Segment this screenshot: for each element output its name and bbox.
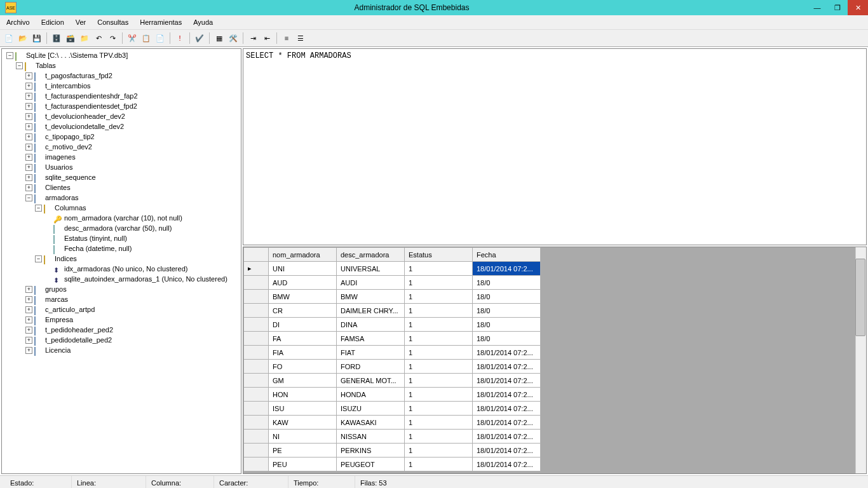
expand-icon[interactable]: + bbox=[25, 133, 32, 140]
cell-nom[interactable]: PEU bbox=[269, 458, 337, 471]
collapse-icon[interactable]: − bbox=[35, 205, 42, 212]
table-row[interactable]: FO FORD 1 18/01/2014 07:2... bbox=[244, 360, 541, 374]
row-indicator[interactable] bbox=[244, 430, 269, 444]
execute-icon[interactable]: ! bbox=[174, 32, 186, 44]
tree-table-3[interactable]: +t_facturaspendientesdet_fpd2 bbox=[4, 101, 238, 111]
expand-icon[interactable]: + bbox=[25, 306, 32, 313]
cell-nom[interactable]: KAW bbox=[269, 416, 337, 430]
expand-icon[interactable]: + bbox=[25, 296, 32, 303]
tree-table-after-6[interactable]: +Licencia bbox=[4, 345, 238, 355]
col-header-2[interactable]: Estatus bbox=[405, 248, 473, 262]
check-icon[interactable]: ✔️ bbox=[194, 32, 205, 44]
cell-fecha[interactable]: 18/01/2014 07:2... bbox=[473, 360, 541, 374]
copy-icon[interactable]: 📋 bbox=[140, 32, 152, 44]
cell-fecha[interactable]: 18/01/2014 07:2... bbox=[473, 458, 541, 471]
row-indicator[interactable] bbox=[244, 332, 269, 346]
tree-table-10[interactable]: +sqlite_sequence bbox=[4, 172, 238, 182]
cell-desc[interactable]: FIAT bbox=[337, 346, 405, 360]
row-indicator[interactable] bbox=[244, 346, 269, 360]
tree-table-after-1[interactable]: +marcas bbox=[4, 294, 238, 304]
open-icon[interactable]: 📂 bbox=[17, 32, 29, 44]
tree-column-1[interactable]: desc_armadora (varchar (50), null) bbox=[4, 223, 238, 233]
cell-nom[interactable]: AUD bbox=[269, 276, 337, 290]
tree-index-1[interactable]: ⬍sqlite_autoindex_armadoras_1 (Unico, No… bbox=[4, 274, 238, 284]
row-indicator[interactable] bbox=[244, 458, 269, 471]
row-indicator[interactable] bbox=[244, 276, 269, 290]
undo-icon[interactable]: ↶ bbox=[93, 32, 104, 44]
db-open-icon[interactable]: 🗃️ bbox=[65, 32, 76, 44]
cell-desc[interactable]: PEUGEOT bbox=[337, 458, 405, 471]
cell-est[interactable]: 1 bbox=[405, 332, 473, 346]
cell-desc[interactable]: BMW bbox=[337, 290, 405, 304]
row-header-corner[interactable] bbox=[244, 248, 269, 262]
cell-desc[interactable]: FAMSA bbox=[337, 332, 405, 346]
cell-desc[interactable]: AUDI bbox=[337, 276, 405, 290]
cell-fecha[interactable]: 18/0 bbox=[473, 332, 541, 346]
row-indicator[interactable] bbox=[244, 444, 269, 458]
expand-icon[interactable]: + bbox=[25, 154, 32, 161]
cell-nom[interactable]: FA bbox=[269, 332, 337, 346]
row-indicator[interactable] bbox=[244, 416, 269, 430]
cell-fecha[interactable]: 18/01/2014 07:2... bbox=[473, 346, 541, 360]
expand-icon[interactable]: + bbox=[25, 72, 32, 79]
tree-table-7[interactable]: +c_motivo_dev2 bbox=[4, 142, 238, 152]
cell-nom[interactable]: DI bbox=[269, 318, 337, 332]
maximize-button[interactable]: ❐ bbox=[827, 0, 848, 15]
cell-nom[interactable]: HON bbox=[269, 388, 337, 402]
tree-table-4[interactable]: +t_devolucionheader_dev2 bbox=[4, 111, 238, 121]
cell-nom[interactable]: FIA bbox=[269, 346, 337, 360]
col-header-0[interactable]: nom_armadora bbox=[269, 248, 337, 262]
cell-fecha[interactable]: 18/01/2014 07:2... bbox=[473, 416, 541, 430]
cell-desc[interactable]: PERKINS bbox=[337, 444, 405, 458]
cell-est[interactable]: 1 bbox=[405, 374, 473, 388]
cell-nom[interactable]: GM bbox=[269, 374, 337, 388]
table-row[interactable]: PEU PEUGEOT 1 18/01/2014 07:2... bbox=[244, 458, 541, 471]
menu-herramientas[interactable]: Herramientas bbox=[140, 18, 182, 26]
list-icon[interactable]: ≡ bbox=[281, 32, 292, 44]
cell-fecha[interactable]: 18/0 bbox=[473, 318, 541, 332]
cell-nom[interactable]: CR bbox=[269, 304, 337, 318]
tool-icon[interactable]: 🛠️ bbox=[227, 32, 239, 44]
expand-icon[interactable]: + bbox=[25, 83, 32, 90]
collapse-icon[interactable]: − bbox=[16, 62, 23, 69]
cell-fecha[interactable]: 18/0 bbox=[473, 276, 541, 290]
expand-icon[interactable]: + bbox=[25, 286, 32, 293]
cell-est[interactable]: 1 bbox=[405, 276, 473, 290]
grid-icon[interactable]: ▦ bbox=[214, 32, 225, 44]
expand-icon[interactable]: + bbox=[25, 93, 32, 100]
col-header-3[interactable]: Fecha bbox=[473, 248, 541, 262]
cell-desc[interactable]: DAIMLER CHRY... bbox=[337, 304, 405, 318]
cell-nom[interactable]: PE bbox=[269, 444, 337, 458]
expand-icon[interactable]: + bbox=[25, 113, 32, 120]
menu-ver[interactable]: Ver bbox=[76, 18, 86, 26]
expand-icon[interactable]: + bbox=[25, 123, 32, 130]
tree-table-9[interactable]: +Usuarios bbox=[4, 162, 238, 172]
cell-desc[interactable]: GENERAL MOT... bbox=[337, 374, 405, 388]
tree-table-6[interactable]: +c_tipopago_tip2 bbox=[4, 132, 238, 142]
tree-table-after-0[interactable]: +grupos bbox=[4, 284, 238, 294]
expand-icon[interactable]: + bbox=[25, 103, 32, 110]
tree-panel[interactable]: −SqLite [C:\ . . .\Sistema TPV.db3]−Tabl… bbox=[1, 48, 241, 474]
row-indicator[interactable] bbox=[244, 318, 269, 332]
close-button[interactable]: ✕ bbox=[848, 0, 868, 15]
cell-est[interactable]: 1 bbox=[405, 388, 473, 402]
cell-nom[interactable]: UNI bbox=[269, 262, 337, 276]
cell-fecha[interactable]: 18/01/2014 07:2... bbox=[473, 262, 541, 276]
cell-fecha[interactable]: 18/01/2014 07:2... bbox=[473, 430, 541, 444]
menu-consultas[interactable]: Consultas bbox=[97, 18, 128, 26]
paste-icon[interactable]: 📄 bbox=[154, 32, 166, 44]
expand-icon[interactable]: + bbox=[25, 174, 32, 181]
table-row[interactable]: FIA FIAT 1 18/01/2014 07:2... bbox=[244, 346, 541, 360]
tree-column-3[interactable]: Fecha (datetime, null) bbox=[4, 243, 238, 254]
tree-root[interactable]: −SqLite [C:\ . . .\Sistema TPV.db3] bbox=[4, 50, 238, 60]
menu-archivo[interactable]: Archivo bbox=[6, 18, 30, 26]
cell-est[interactable]: 1 bbox=[405, 290, 473, 304]
tree-table-armadoras[interactable]: −armadoras bbox=[4, 193, 238, 203]
minimize-button[interactable]: — bbox=[807, 0, 827, 15]
collapse-icon[interactable]: − bbox=[25, 194, 32, 201]
folder-icon[interactable]: 📁 bbox=[79, 32, 90, 44]
cell-fecha[interactable]: 18/0 bbox=[473, 304, 541, 318]
collapse-icon[interactable]: − bbox=[6, 52, 13, 59]
cell-est[interactable]: 1 bbox=[405, 262, 473, 276]
table-row[interactable]: PE PERKINS 1 18/01/2014 07:2... bbox=[244, 444, 541, 458]
